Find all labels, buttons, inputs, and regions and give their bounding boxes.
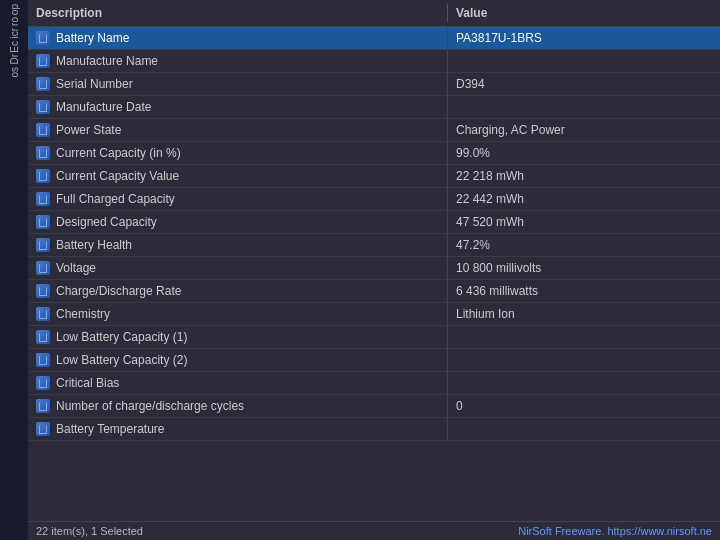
table-row[interactable]: Battery Temperature [28, 418, 720, 441]
row-desc-label: Power State [56, 123, 121, 137]
row-desc-label: Charge/Discharge Rate [56, 284, 181, 298]
row-description: Battery Temperature [28, 418, 448, 440]
row-desc-label: Battery Health [56, 238, 132, 252]
row-desc-label: Number of charge/discharge cycles [56, 399, 244, 413]
row-description: Battery Health [28, 234, 448, 256]
description-column-header: Description [28, 4, 448, 22]
value-column-header: Value [448, 4, 720, 22]
row-value: 47 520 mWh [448, 211, 720, 233]
table-row[interactable]: Charge/Discharge Rate6 436 milliwatts [28, 280, 720, 303]
table-row[interactable]: Serial NumberD394 [28, 73, 720, 96]
row-desc-label: Serial Number [56, 77, 133, 91]
battery-icon [36, 238, 50, 252]
row-value [448, 418, 720, 440]
table-row[interactable]: Full Charged Capacity22 442 mWh [28, 188, 720, 211]
row-desc-label: Critical Bias [56, 376, 119, 390]
items-count: 22 item(s), 1 Selected [36, 525, 143, 537]
row-value [448, 326, 720, 348]
row-desc-label: Current Capacity (in %) [56, 146, 181, 160]
table-row[interactable]: Number of charge/discharge cycles0 [28, 395, 720, 418]
table-row[interactable]: Low Battery Capacity (1) [28, 326, 720, 349]
battery-icon [36, 31, 50, 45]
row-description: Manufacture Name [28, 50, 448, 72]
content-area: Description Value Battery NamePA3817U-1B… [28, 0, 720, 540]
table-row[interactable]: Current Capacity (in %)99.0% [28, 142, 720, 165]
row-value: 99.0% [448, 142, 720, 164]
sidebar-label-3: icr [9, 28, 20, 39]
table-row[interactable]: Battery Health47.2% [28, 234, 720, 257]
row-value: 6 436 milliwatts [448, 280, 720, 302]
battery-icon [36, 330, 50, 344]
row-value: Charging, AC Power [448, 119, 720, 141]
row-description: Number of charge/discharge cycles [28, 395, 448, 417]
row-desc-label: Manufacture Name [56, 54, 158, 68]
row-desc-label: Battery Name [56, 31, 129, 45]
row-description: Current Capacity Value [28, 165, 448, 187]
table-row[interactable]: Manufacture Name [28, 50, 720, 73]
row-description: Voltage [28, 257, 448, 279]
row-desc-label: Battery Temperature [56, 422, 165, 436]
row-desc-label: Low Battery Capacity (2) [56, 353, 187, 367]
table-row[interactable]: Manufacture Date [28, 96, 720, 119]
battery-icon [36, 284, 50, 298]
battery-icon [36, 54, 50, 68]
table-row[interactable]: Battery NamePA3817U-1BRS [28, 27, 720, 50]
row-description: Power State [28, 119, 448, 141]
battery-icon [36, 422, 50, 436]
row-desc-label: Voltage [56, 261, 96, 275]
battery-icon [36, 100, 50, 114]
row-description: Full Charged Capacity [28, 188, 448, 210]
table-row[interactable]: Voltage10 800 millivolts [28, 257, 720, 280]
row-desc-label: Full Charged Capacity [56, 192, 175, 206]
row-description: Chemistry [28, 303, 448, 325]
battery-icon [36, 376, 50, 390]
row-description: Low Battery Capacity (2) [28, 349, 448, 371]
table-row[interactable]: Current Capacity Value22 218 mWh [28, 165, 720, 188]
row-value: 22 442 mWh [448, 188, 720, 210]
left-sidebar: op ro icr Ec Dr os [0, 0, 28, 540]
row-value: PA3817U-1BRS [448, 27, 720, 49]
row-description: Manufacture Date [28, 96, 448, 118]
battery-icon [36, 399, 50, 413]
row-description: Charge/Discharge Rate [28, 280, 448, 302]
status-bar: 22 item(s), 1 Selected NirSoft Freeware.… [28, 521, 720, 540]
main-container: op ro icr Ec Dr os Description Value Bat… [0, 0, 720, 540]
nirsoft-link[interactable]: NirSoft Freeware. https://www.nirsoft.ne [518, 525, 712, 537]
row-value: 47.2% [448, 234, 720, 256]
table-row[interactable]: Power StateCharging, AC Power [28, 119, 720, 142]
battery-icon [36, 146, 50, 160]
row-desc-label: Current Capacity Value [56, 169, 179, 183]
row-value: Lithium Ion [448, 303, 720, 325]
row-description: Designed Capacity [28, 211, 448, 233]
table-header: Description Value [28, 0, 720, 27]
battery-icon [36, 77, 50, 91]
table-row[interactable]: ChemistryLithium Ion [28, 303, 720, 326]
sidebar-label-5: Dr [9, 54, 20, 65]
row-value [448, 50, 720, 72]
row-value: 0 [448, 395, 720, 417]
row-value: D394 [448, 73, 720, 95]
row-description: Serial Number [28, 73, 448, 95]
battery-icon [36, 169, 50, 183]
battery-icon [36, 215, 50, 229]
row-value: 22 218 mWh [448, 165, 720, 187]
row-description: Battery Name [28, 27, 448, 49]
battery-icon [36, 307, 50, 321]
row-value [448, 96, 720, 118]
row-desc-label: Designed Capacity [56, 215, 157, 229]
table-row[interactable]: Low Battery Capacity (2) [28, 349, 720, 372]
battery-icon [36, 192, 50, 206]
row-description: Low Battery Capacity (1) [28, 326, 448, 348]
row-desc-label: Manufacture Date [56, 100, 151, 114]
sidebar-label-1: op [9, 4, 20, 15]
table-row[interactable]: Critical Bias [28, 372, 720, 395]
battery-icon [36, 353, 50, 367]
table-body[interactable]: Battery NamePA3817U-1BRSManufacture Name… [28, 27, 720, 521]
table-row[interactable]: Designed Capacity47 520 mWh [28, 211, 720, 234]
row-value [448, 372, 720, 394]
sidebar-label-6: os [9, 67, 20, 78]
battery-icon [36, 123, 50, 137]
row-desc-label: Low Battery Capacity (1) [56, 330, 187, 344]
row-value: 10 800 millivolts [448, 257, 720, 279]
battery-icon [36, 261, 50, 275]
